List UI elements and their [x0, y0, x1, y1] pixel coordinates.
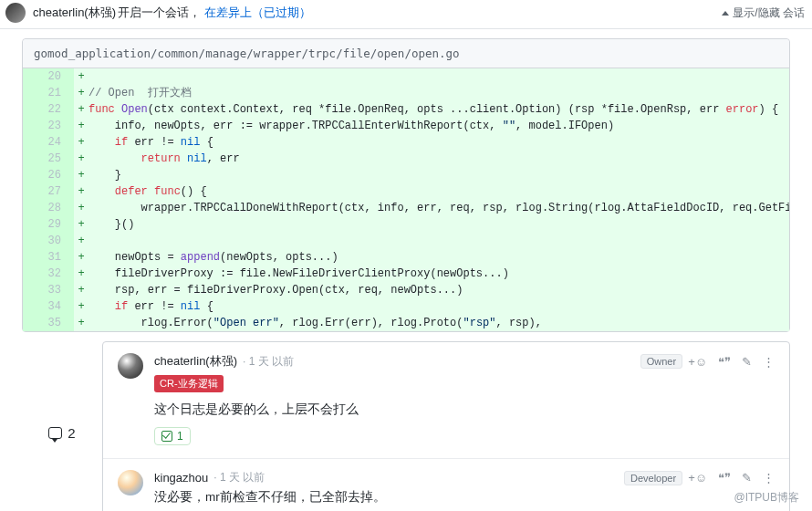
line-number: 23: [23, 118, 74, 134]
diff-marker: +: [74, 151, 88, 167]
comment-author[interactable]: kingazhou: [154, 471, 208, 485]
more-icon[interactable]: ⋮: [763, 355, 775, 369]
line-number: 28: [23, 200, 74, 216]
code-content: rlog.Error("Open err", rlog.Err(err), rl…: [88, 315, 789, 331]
code-content: }(): [88, 216, 789, 233]
line-number: 22: [23, 101, 74, 118]
line-number: 24: [23, 134, 74, 151]
code-content: [88, 68, 789, 85]
conversation-header: cheaterlin(林强) 开启一个会话， 在差异上（已过期） 显示/隐藏 会…: [0, 0, 812, 29]
diff-marker: +: [74, 101, 88, 118]
code-content: rsp, err = fileDriverProxy.Open(ctx, req…: [88, 282, 789, 298]
author-name: cheaterlin(林强): [33, 5, 116, 21]
role-badge: Developer: [624, 471, 682, 485]
code-content: fileDriverProxy := file.NewFileDriverCli…: [88, 266, 789, 282]
line-number: 21: [23, 85, 74, 101]
comment-text: 没必要，mr前检查不仔细，已全部去掉。: [154, 489, 775, 506]
diff-marker: +: [74, 134, 88, 151]
code-content: func Open(ctx context.Context, req *file…: [88, 101, 789, 118]
edit-icon[interactable]: ✎: [742, 355, 752, 369]
quote-icon[interactable]: ❝❞: [718, 471, 731, 485]
code-line[interactable]: 26+ }: [23, 167, 789, 183]
comment-timestamp: · 1 天 以前: [243, 354, 294, 370]
speech-bubble-icon: [48, 427, 62, 439]
role-badge: Owner: [640, 354, 682, 369]
code-line[interactable]: 22+func Open(ctx context.Context, req *f…: [23, 101, 789, 118]
add-reaction-button[interactable]: +☺: [688, 355, 707, 369]
line-number: 20: [23, 68, 74, 85]
comment-item: cheaterlin(林强) · 1 天 以前 Owner +☺ ❝❞ ✎ ⋮ …: [103, 342, 789, 458]
code-content: // Open 打开文档: [88, 85, 789, 101]
comment-list: cheaterlin(林强) · 1 天 以前 Owner +☺ ❝❞ ✎ ⋮ …: [102, 341, 790, 511]
comment-item: kingazhou · 1 天 以前 Developer +☺ ❝❞ ✎ ⋮ 没…: [103, 458, 789, 511]
diff-marker: +: [74, 167, 88, 183]
code-line[interactable]: 20+: [23, 68, 789, 85]
diff-marker: +: [74, 183, 88, 200]
code-content: [88, 233, 789, 249]
review-tag: CR-业务逻辑: [154, 375, 224, 392]
code-diff: 20+21+// Open 打开文档22+func Open(ctx conte…: [23, 68, 789, 331]
code-content: if err != nil {: [88, 134, 789, 151]
check-icon: [161, 431, 172, 442]
code-content: defer func() {: [88, 183, 789, 200]
line-number: 30: [23, 233, 74, 249]
code-line[interactable]: 29+ }(): [23, 216, 789, 233]
comment-author[interactable]: cheaterlin(林强): [154, 353, 237, 370]
diff-marker: +: [74, 249, 88, 266]
code-line[interactable]: 23+ info, newOpts, err := wrapper.TRPCCa…: [23, 118, 789, 134]
more-icon[interactable]: ⋮: [763, 471, 775, 485]
code-line[interactable]: 24+ if err != nil {: [23, 134, 789, 151]
code-line[interactable]: 34+ if err != nil {: [23, 298, 789, 315]
comment-timestamp: · 1 天 以前: [213, 470, 265, 485]
code-line[interactable]: 21+// Open 打开文档: [23, 85, 789, 101]
line-number: 29: [23, 216, 74, 233]
line-number: 33: [23, 282, 74, 298]
avatar: [118, 353, 143, 379]
code-content: }: [88, 167, 789, 183]
quote-icon[interactable]: ❝❞: [718, 355, 731, 369]
code-line[interactable]: 28+ wrapper.TRPCCallDoneWithReport(ctx, …: [23, 200, 789, 216]
comment-text: 这个日志是必要的么，上层不会打么: [154, 402, 775, 418]
line-number: 32: [23, 266, 74, 282]
code-line[interactable]: 27+ defer func() {: [23, 183, 789, 200]
diff-marker: +: [74, 266, 88, 282]
diff-marker: +: [74, 85, 88, 101]
code-content: wrapper.TRPCCallDoneWithReport(ctx, info…: [88, 200, 789, 216]
toggle-thread-label: 显示/隐藏 会话: [733, 5, 805, 21]
code-content: return nil, err: [88, 151, 789, 167]
diff-marker: +: [74, 315, 88, 331]
code-content: if err != nil {: [88, 298, 789, 315]
reaction-count: 1: [177, 430, 183, 443]
diff-location-link[interactable]: 在差异上（已过期）: [204, 5, 311, 21]
line-number: 27: [23, 183, 74, 200]
code-content: info, newOpts, err := wrapper.TRPCCallEn…: [88, 118, 789, 134]
add-reaction-button[interactable]: +☺: [688, 471, 707, 485]
diff-marker: +: [74, 68, 88, 85]
comment-count: 2: [48, 425, 75, 441]
line-number: 31: [23, 249, 74, 266]
code-line[interactable]: 31+ newOpts = append(newOpts, opts...): [23, 249, 789, 266]
code-line[interactable]: 30+: [23, 233, 789, 249]
watermark: @ITPUB博客: [734, 490, 799, 506]
diff-marker: +: [74, 233, 88, 249]
code-line[interactable]: 35+ rlog.Error("Open err", rlog.Err(err)…: [23, 315, 789, 331]
line-number: 26: [23, 167, 74, 183]
file-path[interactable]: gomod_application/common/manage/wrapper/…: [23, 39, 789, 68]
code-line[interactable]: 32+ fileDriverProxy := file.NewFileDrive…: [23, 266, 789, 282]
start-text: 开启一个会话，: [118, 5, 201, 21]
comment-count-number: 2: [68, 425, 75, 441]
reaction-badge[interactable]: 1: [154, 427, 191, 445]
code-line[interactable]: 33+ rsp, err = fileDriverProxy.Open(ctx,…: [23, 282, 789, 298]
diff-marker: +: [74, 216, 88, 233]
diff-container: gomod_application/common/manage/wrapper/…: [22, 38, 790, 332]
line-number: 25: [23, 151, 74, 167]
code-line[interactable]: 25+ return nil, err: [23, 151, 789, 167]
edit-icon[interactable]: ✎: [742, 471, 752, 485]
code-content: newOpts = append(newOpts, opts...): [88, 249, 789, 266]
toggle-thread[interactable]: 显示/隐藏 会话: [722, 5, 805, 21]
comment-thread: 2 cheaterlin(林强) · 1 天 以前 Owner +☺ ❝❞ ✎ …: [22, 341, 790, 511]
diff-marker: +: [74, 200, 88, 216]
chevron-up-icon: [722, 11, 729, 16]
avatar: [5, 3, 26, 23]
diff-marker: +: [74, 282, 88, 298]
